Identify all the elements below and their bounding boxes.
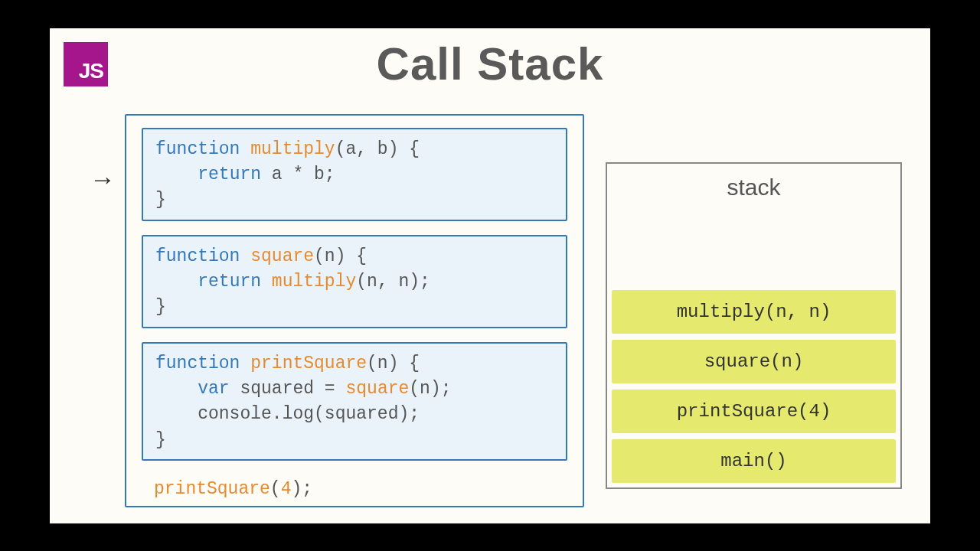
fn-name: square bbox=[345, 379, 409, 399]
stack-frames: multiply(n, n) square(n) printSquare(4) … bbox=[607, 290, 900, 487]
code-block-printSquare: function printSquare(n) { var squared = … bbox=[142, 342, 567, 461]
keyword: function bbox=[155, 354, 240, 373]
slide-title: Call Stack bbox=[50, 37, 930, 90]
number-literal: 4 bbox=[281, 479, 292, 499]
stack-frame: multiply(n, n) bbox=[612, 290, 896, 334]
code-block-multiply: function multiply(a, b) { return a * b; … bbox=[142, 128, 567, 221]
code-panel: function multiply(a, b) { return a * b; … bbox=[125, 114, 584, 507]
keyword: function bbox=[155, 139, 240, 159]
stack-frame: printSquare(4) bbox=[612, 390, 896, 433]
execution-arrow-icon: → bbox=[90, 165, 116, 194]
slide: JS Call Stack → function multiply(a, b) … bbox=[50, 28, 930, 523]
fn-name: multiply bbox=[272, 272, 356, 292]
stack-panel: stack multiply(n, n) square(n) printSqua… bbox=[606, 162, 902, 489]
fn-name: printSquare bbox=[154, 479, 270, 499]
fn-name: square bbox=[250, 246, 314, 266]
code-line-invocation: printSquare(4); bbox=[142, 474, 567, 504]
stack-title: stack bbox=[607, 164, 900, 205]
stack-frame: square(n) bbox=[612, 340, 896, 383]
keyword: return bbox=[198, 165, 261, 184]
keyword: function bbox=[155, 246, 240, 266]
stack-frame: main() bbox=[612, 439, 896, 483]
keyword: var bbox=[198, 379, 229, 399]
keyword: return bbox=[198, 272, 261, 292]
fn-name: printSquare bbox=[250, 354, 367, 373]
code-block-square: function square(n) { return multiply(n, … bbox=[142, 235, 567, 328]
fn-name: multiply bbox=[250, 139, 335, 159]
